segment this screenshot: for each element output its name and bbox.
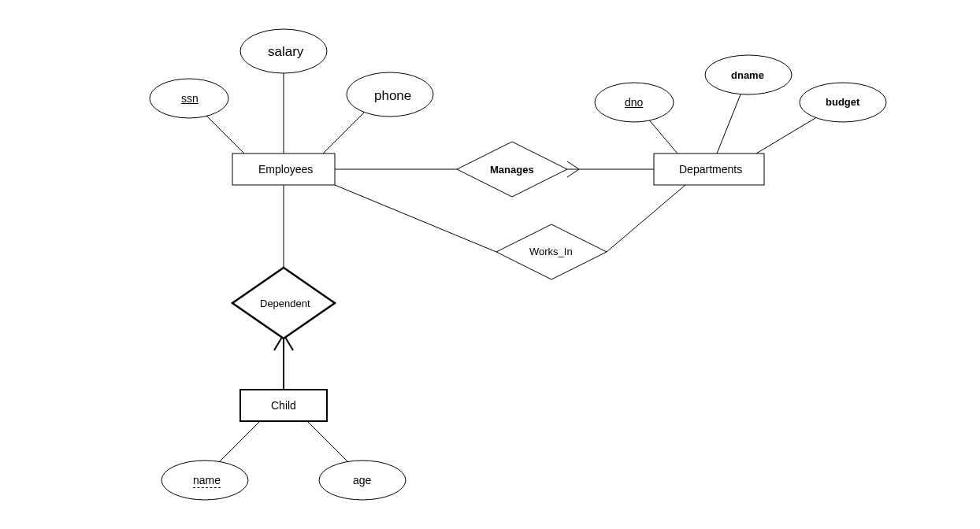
label-employees: Employees — [258, 163, 313, 176]
label-ssn: ssn — [181, 92, 199, 105]
label-dependent: Dependent — [260, 298, 310, 309]
label-salary: salary — [268, 44, 303, 60]
label-works-in: Works_In — [529, 246, 573, 257]
label-departments: Departments — [679, 163, 742, 176]
svg-line-9 — [607, 185, 685, 252]
svg-line-8 — [335, 185, 496, 252]
label-name: name — [193, 474, 221, 488]
label-dname: dname — [731, 69, 764, 81]
label-child: Child — [271, 399, 296, 412]
label-age: age — [353, 474, 371, 486]
label-manages: Manages — [490, 164, 534, 176]
label-phone: phone — [374, 88, 411, 104]
label-dno: dno — [625, 96, 643, 109]
er-diagram — [0, 0, 980, 529]
label-budget: budget — [826, 96, 859, 108]
